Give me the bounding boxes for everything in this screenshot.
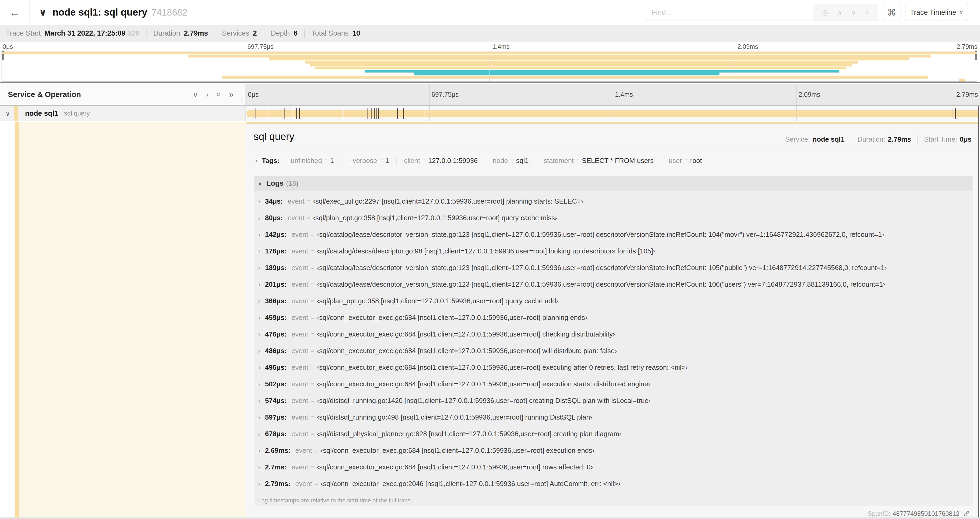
log-row[interactable]: › 486μs: event = ‹sql/conn_executor_exec… <box>254 343 973 359</box>
find-group: ◎ ∧ ∨ × <box>645 4 878 21</box>
equals-sign: = <box>307 215 310 222</box>
log-field-name: event <box>295 480 312 488</box>
expand-all-icon[interactable]: » <box>229 90 234 99</box>
prev-result-icon[interactable]: ∧ <box>837 8 842 17</box>
find-input[interactable] <box>645 4 813 21</box>
trace-collapse-icon[interactable]: ∨ <box>39 7 47 18</box>
detail-divider <box>254 152 973 152</box>
span-id-label: SpanID: <box>868 510 891 517</box>
span-row: ∨ node sql1 sql query <box>0 106 980 121</box>
log-chevron-right-icon[interactable]: › <box>258 480 260 488</box>
log-field-name: event <box>291 430 308 438</box>
log-field-value: ‹sql/catalog/lease/descriptor_version_st… <box>317 230 884 239</box>
log-row[interactable]: › 189μs: event = ‹sql/catalog/lease/desc… <box>254 260 973 276</box>
logs-label: Logs <box>267 179 284 187</box>
log-row[interactable]: › 2.69ms: event = ‹sql/conn_executor_exe… <box>254 442 973 459</box>
log-row[interactable]: › 2.79ms: event = ‹sql/conn_executor_exe… <box>254 476 973 492</box>
log-chevron-right-icon[interactable]: › <box>258 198 260 205</box>
log-field-name: event <box>291 297 308 305</box>
logs-header[interactable]: ∨ Logs (18) <box>254 176 973 191</box>
log-row[interactable]: › 142μs: event = ‹sql/catalog/lease/desc… <box>254 226 973 243</box>
log-chevron-right-icon[interactable]: › <box>258 414 260 421</box>
log-row[interactable]: › 476μs: event = ‹sql/conn_executor_exec… <box>254 326 973 343</box>
span-collapse-icon[interactable]: ∨ <box>5 109 10 118</box>
expand-one-icon[interactable]: › <box>206 90 209 99</box>
log-row[interactable]: › 366μs: event = ‹sql/plan_opt.go:358 [n… <box>254 293 973 309</box>
log-chevron-right-icon[interactable]: › <box>258 397 260 404</box>
equals-sign: = <box>311 265 314 271</box>
logs-footer-note: Log timestamps are relative to the start… <box>254 495 973 506</box>
timeline-header: Service & Operation ∨ › » » ∥ 0μs 697.75… <box>0 84 980 106</box>
log-timestamp: 366μs: <box>265 297 286 305</box>
equals-sign: = <box>311 331 314 338</box>
log-marker-tick <box>284 108 285 119</box>
axis-tick-label: 2.79ms <box>956 84 978 105</box>
log-row[interactable]: › 678μs: event = ‹sql/distsql_physical_p… <box>254 426 973 442</box>
log-chevron-right-icon[interactable]: › <box>258 447 260 454</box>
column-resize-handle[interactable]: ∥ <box>241 96 244 104</box>
tags-row[interactable]: › Tags: _unfinished = 1 _verbose = 1 cli… <box>254 152 973 169</box>
log-field-name: event <box>291 363 308 372</box>
minimap-span-bar <box>315 67 846 70</box>
log-field-value: ‹sql/distsql_running.go:498 [nsql1,clien… <box>317 413 592 422</box>
log-row[interactable]: › 34μs: event = ‹sql/exec_util.go:2297 [… <box>254 193 973 210</box>
log-row[interactable]: › 459μs: event = ‹sql/conn_executor_exec… <box>254 309 973 326</box>
axis-tick-label: 1.4ms <box>615 84 633 105</box>
log-row[interactable]: › 574μs: event = ‹sql/distsql_running.go… <box>254 393 973 409</box>
log-marker-tick <box>371 108 372 119</box>
keyboard-shortcuts-button[interactable]: ⌘ <box>883 4 900 21</box>
axis-tick-label: 2.09ms <box>799 84 820 105</box>
log-row[interactable]: › 176μs: event = ‹sql/catalog/descs/desc… <box>254 243 973 260</box>
log-field-value: ‹sql/conn_executor_exec.go:684 [nsql1,cl… <box>317 313 587 322</box>
log-chevron-right-icon[interactable]: › <box>258 314 260 321</box>
clear-search-icon[interactable]: × <box>865 8 869 17</box>
log-chevron-right-icon[interactable]: › <box>258 281 260 288</box>
log-marker-tick <box>425 108 425 119</box>
log-row[interactable]: › 495μs: event = ‹sql/conn_executor_exec… <box>254 359 973 376</box>
log-timestamp: 201μs: <box>265 280 286 289</box>
equals-sign: = <box>315 481 318 487</box>
log-row[interactable]: › 597μs: event = ‹sql/distsql_running.go… <box>254 409 973 426</box>
log-chevron-right-icon[interactable]: › <box>258 347 260 355</box>
view-selector-label: Trace Timeline <box>910 8 956 17</box>
view-selector-button[interactable]: Trace Timeline ∨ <box>905 4 968 21</box>
log-marker-tick <box>299 108 300 119</box>
vertical-scrollbar[interactable] <box>978 106 979 517</box>
collapse-all-icon[interactable]: » <box>215 92 223 97</box>
next-result-icon[interactable]: ∨ <box>851 8 856 17</box>
log-chevron-right-icon[interactable]: › <box>258 364 260 371</box>
log-chevron-right-icon[interactable]: › <box>258 264 260 271</box>
summary-item: Services 2 <box>215 29 257 37</box>
log-field-value: ‹sql/catalog/descs/descriptor.go:98 [nsq… <box>317 247 655 255</box>
log-chevron-right-icon[interactable]: › <box>258 231 260 238</box>
log-field-value: ‹sql/conn_executor_exec.go:684 [nsql1,cl… <box>321 447 594 455</box>
find-controls: ◎ ∧ ∨ × <box>813 4 878 21</box>
span-id-value: 4877749850101760812 <box>892 510 959 517</box>
minimap-canvas[interactable] <box>2 51 977 82</box>
service-operation-header: Service & Operation ∨ › » » ∥ <box>0 84 246 106</box>
span-name-cell[interactable]: ∨ node sql1 sql query <box>0 106 246 121</box>
log-field-value: ‹sql/conn_executor_exec.go:684 [nsql1,cl… <box>317 330 615 339</box>
minimap-axis-label: 2.09ms <box>737 43 758 50</box>
tag-value: 127.0.0.1:59936 <box>428 156 477 165</box>
log-row[interactable]: › 2.7ms: event = ‹sql/conn_executor_exec… <box>254 459 973 476</box>
locate-icon[interactable]: ◎ <box>822 8 828 17</box>
log-chevron-right-icon[interactable]: › <box>258 297 260 305</box>
page-bottom-edge <box>0 517 980 519</box>
log-row[interactable]: › 80μs: event = ‹sql/plan_opt.go:358 [ns… <box>254 210 973 226</box>
log-chevron-right-icon[interactable]: › <box>258 380 260 388</box>
tag-key: client <box>404 156 420 165</box>
collapse-one-icon[interactable]: ∨ <box>192 90 198 99</box>
log-chevron-right-icon[interactable]: › <box>258 248 260 255</box>
back-button[interactable]: ← <box>0 0 30 25</box>
log-chevron-right-icon[interactable]: › <box>258 464 260 471</box>
log-row[interactable]: › 201μs: event = ‹sql/catalog/lease/desc… <box>254 276 973 293</box>
log-chevron-right-icon[interactable]: › <box>258 430 260 438</box>
link-icon[interactable] <box>963 510 970 517</box>
logs-chevron-down-icon[interactable]: ∨ <box>258 180 262 187</box>
tags-chevron-right-icon[interactable]: › <box>255 156 258 165</box>
log-row[interactable]: › 502μs: event = ‹sql/conn_executor_exec… <box>254 376 973 393</box>
grid-line <box>613 106 613 121</box>
log-chevron-right-icon[interactable]: › <box>258 214 260 222</box>
log-chevron-right-icon[interactable]: › <box>258 331 260 338</box>
